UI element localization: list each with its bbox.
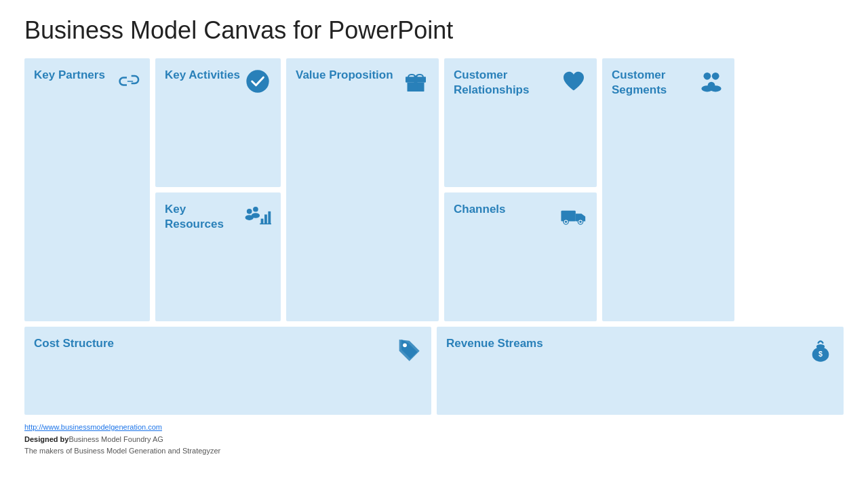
tag-icon: [395, 336, 422, 363]
moneybag-icon: $: [807, 336, 834, 363]
svg-rect-20: [561, 211, 575, 222]
footer: http://www.businessmodelgeneration.com D…: [24, 422, 844, 458]
key-resources-label: Key Resources: [165, 202, 245, 232]
footer-tagline: The makers of Business Model Generation …: [24, 447, 220, 455]
svg-rect-18: [268, 211, 271, 224]
bottom-grid: Cost Structure Revenue Streams $: [24, 327, 844, 415]
svg-rect-17: [264, 214, 267, 224]
customer-relationships-label: Customer Relationships: [454, 68, 554, 98]
svg-point-0: [246, 70, 269, 92]
svg-point-25: [403, 343, 407, 347]
svg-point-11: [710, 85, 722, 92]
customer-relationships-cell: Customer Relationships: [444, 58, 597, 187]
key-activities-label: Key Activities: [165, 68, 245, 83]
footer-link[interactable]: http://www.businessmodelgeneration.com: [24, 423, 162, 431]
svg-point-8: [712, 73, 719, 80]
svg-point-7: [703, 73, 711, 80]
key-partners-label: Key Partners: [34, 68, 114, 83]
value-proposition-label: Value Proposition: [296, 68, 396, 83]
customer-segments-label: Customer Segments: [612, 68, 696, 98]
resources-icon: [244, 202, 271, 229]
footer-designed-by: Designed byBusiness Model Foundry AG: [24, 435, 163, 443]
truck-icon: [560, 202, 587, 229]
key-activities-cell: Key Activities: [155, 58, 281, 187]
page-title: Business Model Canvas for PowerPoint: [24, 16, 844, 45]
channels-cell: Channels: [444, 192, 597, 321]
key-resources-cell: Key Resources: [155, 192, 281, 321]
svg-text:$: $: [818, 350, 823, 358]
svg-rect-16: [261, 219, 264, 224]
svg-point-15: [252, 213, 260, 218]
gift-icon: [402, 68, 429, 95]
value-proposition-cell: Value Proposition: [286, 58, 439, 321]
heart-icon: [560, 68, 587, 95]
revenue-streams-cell: Revenue Streams $: [437, 327, 844, 415]
check-circle-icon: [244, 68, 271, 95]
revenue-streams-label: Revenue Streams: [446, 337, 543, 350]
cost-structure-cell: Cost Structure: [24, 327, 431, 415]
svg-rect-6: [406, 77, 426, 81]
svg-point-23: [565, 221, 568, 224]
key-partners-cell: Key Partners: [24, 58, 150, 321]
canvas-grid: Key Partners Key Activities Value Propos…: [24, 58, 844, 321]
cost-structure-label: Cost Structure: [34, 337, 114, 350]
link-icon: [113, 68, 140, 95]
channels-label: Channels: [454, 202, 554, 217]
svg-point-13: [253, 207, 258, 212]
users-icon: [698, 68, 725, 95]
svg-point-12: [247, 209, 252, 214]
svg-point-24: [579, 221, 582, 224]
customer-segments-cell: Customer Segments: [602, 58, 734, 321]
